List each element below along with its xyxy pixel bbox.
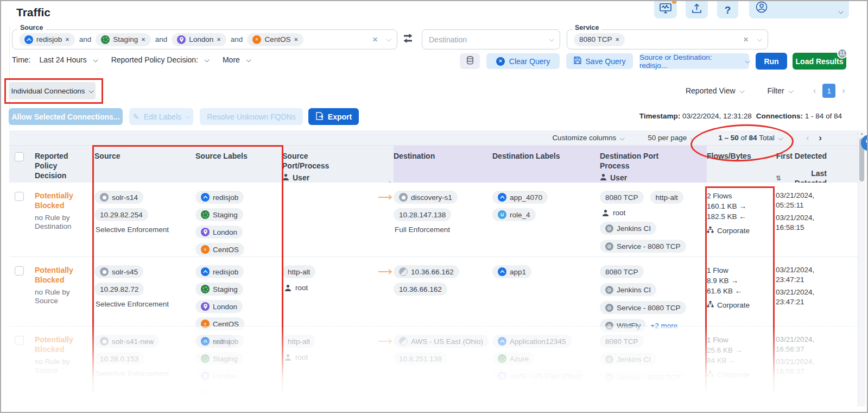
col-destination[interactable]: Destination: [394, 146, 492, 188]
chevron-down-icon[interactable]: [739, 87, 745, 93]
label-chip[interactable]: ✳CentOS: [195, 243, 244, 256]
more-services-link[interactable]: +2 more: [650, 391, 677, 399]
remove-tag-icon[interactable]: ✕: [141, 37, 145, 42]
filter-tag-staging[interactable]: Staging✕: [96, 33, 150, 46]
scroll-up-arrow[interactable]: ▲: [860, 132, 864, 135]
label-chip[interactable]: app1: [492, 265, 531, 278]
page-number[interactable]: 1: [822, 84, 835, 98]
label-chip[interactable]: London: [195, 300, 243, 313]
destination-workload-chip[interactable]: 10.36.66.162: [394, 265, 459, 278]
chevron-down-icon[interactable]: [549, 36, 554, 42]
help-button[interactable]: ?: [717, 0, 738, 18]
source-ip-chip[interactable]: 10.29.82.254: [94, 208, 148, 221]
query-history-button[interactable]: [460, 53, 480, 69]
label-chip[interactable]: Urole_4: [492, 208, 536, 221]
remove-tag-icon[interactable]: ✕: [616, 37, 620, 42]
port-chip[interactable]: 8080 TCP: [600, 265, 644, 278]
service-chip[interactable]: ⚙Jenkins CI: [600, 353, 656, 366]
source-workload-chip[interactable]: solr-s41-new: [94, 335, 159, 348]
service-chip[interactable]: ⚙Service - 8080 TCP: [600, 371, 686, 384]
port-chip[interactable]: 8080 TCP: [600, 335, 644, 348]
save-query-button[interactable]: Save Query: [566, 53, 633, 69]
chevron-down-icon[interactable]: [93, 57, 98, 62]
per-page-dropdown[interactable]: 50 per page: [648, 134, 694, 142]
row-checkbox[interactable]: [15, 266, 24, 276]
chevron-down-icon[interactable]: [204, 57, 210, 62]
label-chip[interactable]: redisjob: [195, 191, 244, 204]
label-chip[interactable]: AWS - US East (Ohio): [492, 370, 587, 383]
clear-field-icon[interactable]: ✕: [743, 36, 749, 43]
destination-ip-chip[interactable]: 10.8.251.138: [394, 352, 447, 365]
service-filter-field[interactable]: 8080 TCP✕ ✕: [567, 29, 768, 49]
customize-columns-dropdown[interactable]: Customize columns: [552, 134, 624, 142]
saved-query-dropdown[interactable]: Source or Destination: redisjo...: [639, 53, 749, 69]
reported-view-dropdown[interactable]: Reported View: [686, 86, 736, 95]
label-chip[interactable]: London: [195, 370, 243, 383]
label-chip[interactable]: Staging: [195, 352, 243, 365]
reported-policy-decision-filter[interactable]: Reported Policy Decision:: [111, 55, 198, 64]
label-chip[interactable]: Azure: [492, 352, 534, 365]
resolve-unknown-fqdns-button[interactable]: Resolve Unknown FQDNs: [200, 108, 303, 125]
col-source[interactable]: Source: [94, 146, 195, 188]
view-mode-dropdown[interactable]: Individual Connections: [9, 82, 96, 99]
col-source-port[interactable]: Source Port/Process User: [282, 146, 378, 188]
source-workload-chip[interactable]: solr-s14: [94, 191, 143, 204]
label-chip[interactable]: London: [195, 226, 243, 239]
label-chip[interactable]: Usolr-s: [195, 404, 236, 413]
chevron-down-icon[interactable]: [788, 87, 794, 93]
service-chip[interactable]: ⚙WildFly: [600, 389, 646, 402]
label-chip[interactable]: redisjob: [195, 335, 244, 348]
col-source-labels[interactable]: Source Labels: [195, 146, 282, 188]
source-ip-chip[interactable]: 10.28.0.153: [94, 352, 144, 365]
user-menu[interactable]: [749, 0, 849, 18]
label-chip[interactable]: redisjob: [195, 265, 244, 278]
source-ip-chip[interactable]: 10.29.82.72: [94, 283, 144, 296]
source-filter-field[interactable]: redisjob✕ and Staging✕ and London✕ and ✳…: [12, 29, 397, 49]
prev-results-arrow[interactable]: ‹: [806, 133, 809, 143]
port-chip[interactable]: 8080 TCP: [600, 191, 644, 204]
vertical-scrollbar[interactable]: ▲: [858, 130, 865, 406]
chevron-down-icon[interactable]: [757, 36, 762, 42]
chevron-down-icon[interactable]: [386, 36, 391, 42]
label-chip[interactable]: Application12345: [492, 335, 572, 348]
col-destination-port[interactable]: Destination Port Process User: [600, 146, 707, 188]
filter-tag-service[interactable]: 8080 TCP✕: [574, 33, 625, 46]
filter-dropdown[interactable]: Filter: [768, 86, 784, 95]
allow-selected-connections-button[interactable]: Allow Selected Connections...: [9, 108, 123, 125]
col-detected[interactable]: First Detected ⇅Last Detected: [776, 146, 834, 188]
export-button[interactable]: Export: [308, 108, 359, 125]
page-range-dropdown[interactable]: 1 – 50 of 84 Total: [718, 134, 782, 142]
col-flows-bytes[interactable]: Flows/Bytes: [707, 146, 776, 188]
service-chip[interactable]: ⚙Jenkins CI: [600, 283, 656, 296]
filter-tag-redisjob[interactable]: redisjob✕: [19, 33, 75, 46]
row-checkbox[interactable]: [15, 336, 24, 345]
clear-query-button[interactable]: ✕ Clear Query: [486, 53, 560, 69]
remove-tag-icon[interactable]: ✕: [294, 37, 298, 42]
destination-ip-chip[interactable]: 10.28.147.138: [394, 208, 451, 221]
filter-tag-london[interactable]: London✕: [172, 33, 226, 46]
sort-icon[interactable]: ⇅: [776, 173, 781, 183]
process-chip[interactable]: http-alt: [650, 191, 683, 204]
service-chip[interactable]: ⚙Service - 8080 TCP: [600, 240, 686, 253]
col-destination-labels[interactable]: Destination Labels: [492, 146, 600, 188]
service-chip[interactable]: ⚙Jenkins CI: [600, 222, 656, 235]
prev-page-arrow[interactable]: ‹: [811, 85, 819, 96]
next-results-arrow[interactable]: ›: [819, 133, 822, 143]
col-reported-policy-decision[interactable]: Reported Policy Decision: [35, 146, 94, 188]
edit-labels-button[interactable]: ✎ Edit Labels: [129, 108, 193, 125]
label-chip[interactable]: Staging: [195, 208, 243, 221]
more-filters[interactable]: More: [223, 55, 240, 64]
service-chip[interactable]: ⚙Service - 8080 TCP: [600, 301, 686, 314]
remove-tag-icon[interactable]: ✕: [217, 37, 221, 42]
filter-tag-centos[interactable]: ✳CentOS✕: [247, 33, 303, 46]
select-all-checkbox[interactable]: [15, 152, 24, 161]
remove-tag-icon[interactable]: ✕: [65, 37, 69, 42]
source-workload-chip[interactable]: solr-s45: [94, 265, 143, 278]
destination-workload-chip[interactable]: AWS - US East (Ohio): [394, 335, 489, 348]
process-chip[interactable]: http-alt: [282, 335, 315, 348]
destination-filter-field[interactable]: Destination: [422, 29, 560, 49]
label-chip[interactable]: Staging: [195, 283, 243, 296]
time-value[interactable]: Last 24 Hours: [39, 55, 86, 64]
label-chip[interactable]: ✳CentOS: [195, 387, 244, 400]
swap-source-destination-icon[interactable]: [402, 34, 414, 45]
